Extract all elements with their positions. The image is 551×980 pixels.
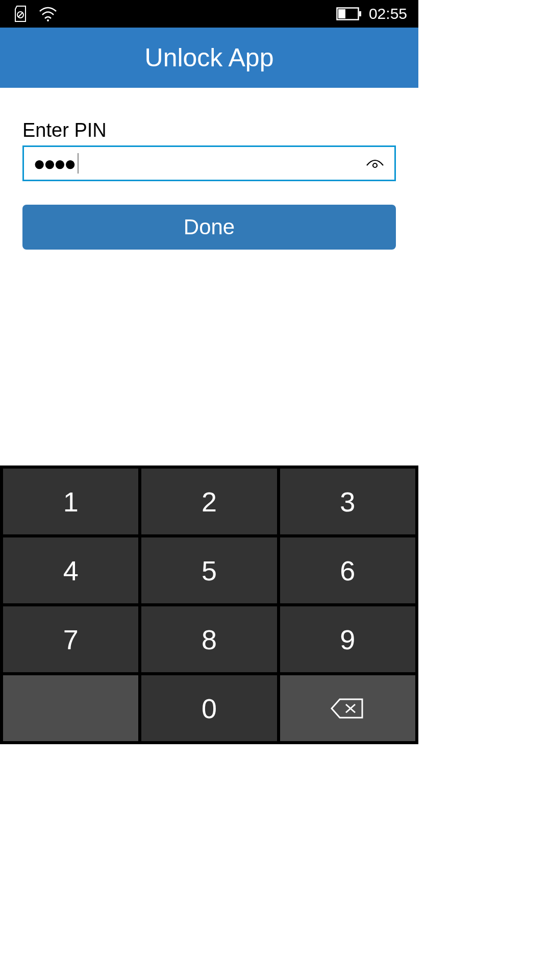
reveal-password-icon[interactable]	[365, 155, 385, 172]
svg-point-6	[373, 163, 377, 167]
page-title: Unlock App	[145, 43, 274, 72]
keypad-blank	[3, 675, 138, 741]
numeric-keypad: 1 2 3 4 5 6 7 8 9 0	[0, 465, 418, 744]
keypad-backspace[interactable]	[280, 675, 415, 741]
svg-point-2	[47, 19, 49, 21]
keypad-3[interactable]: 3	[280, 469, 415, 534]
keypad-1[interactable]: 1	[3, 469, 138, 534]
keypad-8[interactable]: 8	[141, 606, 277, 672]
done-button[interactable]: Done	[22, 205, 396, 250]
status-time: 02:55	[369, 5, 407, 22]
status-bar: 02:55	[0, 0, 418, 28]
backspace-icon	[331, 697, 364, 720]
svg-rect-5	[359, 11, 361, 16]
no-sim-icon	[14, 5, 29, 22]
keypad-6[interactable]: 6	[280, 537, 415, 603]
keypad-0[interactable]: 0	[141, 675, 277, 741]
pin-input[interactable]: ●●●●	[22, 145, 396, 181]
keypad-4[interactable]: 4	[3, 537, 138, 603]
keypad-7[interactable]: 7	[3, 606, 138, 672]
svg-rect-4	[338, 9, 345, 18]
wifi-icon	[39, 6, 57, 21]
text-cursor	[78, 153, 79, 174]
main-content: Enter PIN ●●●● Done	[0, 88, 418, 465]
keypad-5[interactable]: 5	[141, 537, 277, 603]
battery-icon	[336, 7, 362, 20]
keypad-9[interactable]: 9	[280, 606, 415, 672]
keypad-2[interactable]: 2	[141, 469, 277, 534]
app-header: Unlock App	[0, 28, 418, 88]
pin-masked-value: ●●●●	[33, 153, 74, 174]
pin-label: Enter PIN	[22, 119, 396, 141]
svg-line-1	[18, 13, 22, 17]
